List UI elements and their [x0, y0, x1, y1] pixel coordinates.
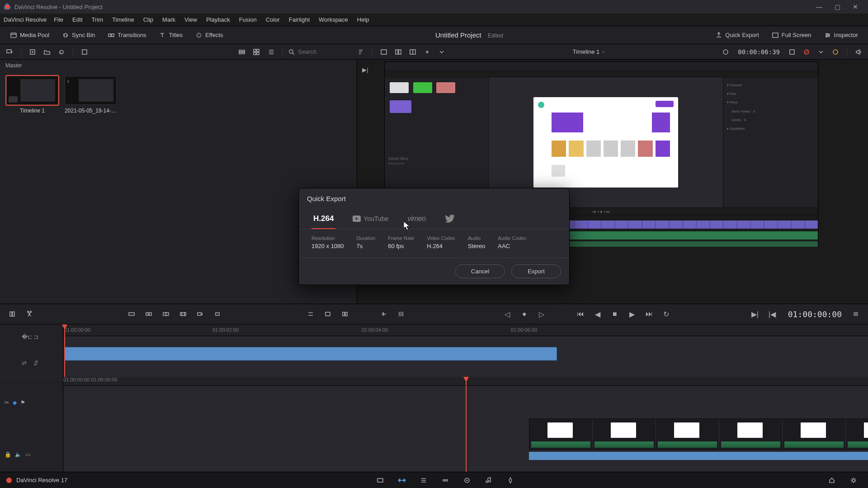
edit-tool-1[interactable]: [5, 307, 19, 321]
full-screen-button[interactable]: Full Screen: [767, 30, 816, 41]
timeline-options-button[interactable]: [849, 307, 863, 321]
inspector-toggle[interactable]: Inspector: [820, 30, 863, 41]
menu-workspace[interactable]: Workspace: [314, 14, 353, 25]
search-input[interactable]: [298, 48, 352, 55]
preset-twitter[interactable]: [443, 211, 457, 229]
timeline-name-dropdown[interactable]: Timeline 1: [573, 48, 606, 55]
sort-button[interactable]: [355, 46, 367, 58]
flag-tool-icon[interactable]: ⚑: [20, 399, 25, 406]
step-back-button[interactable]: ◀: [591, 307, 604, 321]
media-clip-timeline[interactable]: Timeline 1: [6, 76, 58, 114]
menu-timeline[interactable]: Timeline: [108, 14, 139, 25]
transitions-toggle[interactable]: Transitions: [103, 30, 151, 41]
effects-toggle[interactable]: Effects: [191, 30, 228, 41]
nav-prev[interactable]: ◁: [500, 307, 514, 321]
replace-button[interactable]: [159, 307, 173, 321]
menu-fairlight[interactable]: Fairlight: [284, 14, 314, 25]
cancel-button[interactable]: Cancel: [455, 264, 505, 278]
lock-icon[interactable]: 🔒: [5, 451, 11, 458]
refresh-button[interactable]: [56, 46, 67, 58]
preset-h264[interactable]: H.264: [311, 211, 335, 229]
audio-track-clip[interactable]: [529, 452, 868, 460]
viewer-option-1[interactable]: [786, 46, 798, 58]
video-clip[interactable]: [656, 419, 719, 450]
loop-color-button[interactable]: [830, 46, 841, 58]
blade-tool-icon[interactable]: ✂: [5, 399, 9, 406]
video-clip[interactable]: [719, 419, 783, 450]
timeline-overview-ruler[interactable]: 01:00:00:00 01:00:02:00 01:00:04:00 01:0…: [63, 324, 868, 336]
append-button[interactable]: [193, 307, 207, 321]
menu-clip[interactable]: Clip: [139, 14, 158, 25]
import-folder-button[interactable]: [41, 46, 53, 58]
go-first-button[interactable]: ⏮: [574, 307, 587, 321]
track-sync-icon[interactable]: ⇵: [33, 360, 42, 368]
ripple-button[interactable]: [211, 307, 224, 321]
mute-icon[interactable]: 🔈: [15, 451, 22, 458]
trim-tool-1[interactable]: [304, 307, 317, 321]
view-thumbnail-button[interactable]: [250, 46, 262, 58]
track-selector-icon2[interactable]: ⊐: [33, 333, 42, 342]
menu-trim[interactable]: Trim: [87, 14, 108, 25]
page-fusion[interactable]: [436, 474, 454, 487]
viewer-mode-1[interactable]: [378, 46, 390, 58]
menu-edit[interactable]: Edit: [68, 14, 87, 25]
overview-playhead[interactable]: [64, 324, 65, 377]
project-settings-button[interactable]: [844, 474, 863, 487]
menu-file[interactable]: File: [49, 14, 68, 25]
track-selector-icon[interactable]: �⊏: [22, 333, 30, 342]
insert-button[interactable]: [125, 307, 138, 321]
mixer-button[interactable]: [394, 307, 408, 321]
track-enable-icon[interactable]: ▭: [25, 451, 30, 458]
detail-playhead[interactable]: [466, 377, 467, 481]
video-clip[interactable]: [529, 419, 593, 450]
view-list-button[interactable]: [265, 46, 277, 58]
marker-tool-icon[interactable]: ◆: [13, 399, 17, 406]
stop-button[interactable]: ■: [608, 307, 622, 321]
go-last-button[interactable]: ⏭: [642, 307, 656, 321]
trim-tool-3[interactable]: [338, 307, 352, 321]
window-minimize-button[interactable]: —: [810, 0, 828, 13]
prev-clip-button[interactable]: ▶|: [360, 64, 371, 75]
window-close-button[interactable]: ✕: [846, 0, 864, 13]
play-button[interactable]: ▶: [625, 307, 639, 321]
timeline-overview-body[interactable]: 01:00:00:00 01:00:02:00 01:00:04:00 01:0…: [63, 324, 868, 377]
export-button[interactable]: Export: [511, 264, 561, 278]
viewer-option-2[interactable]: [815, 46, 827, 58]
timeline-detail-body[interactable]: 01:00:00:00 01:00:00:00: [63, 377, 868, 481]
menu-color[interactable]: Color: [261, 14, 284, 25]
audio-trim-button[interactable]: [377, 307, 391, 321]
preset-youtube[interactable]: YouTube: [351, 211, 390, 229]
video-clip[interactable]: [783, 419, 846, 450]
overview-clip[interactable]: [64, 347, 557, 361]
page-fairlight[interactable]: [480, 474, 498, 487]
page-edit[interactable]: [415, 474, 433, 487]
page-media[interactable]: [371, 474, 389, 487]
video-clip[interactable]: [846, 419, 868, 450]
overwrite-button[interactable]: [142, 307, 156, 321]
home-button[interactable]: [823, 474, 841, 487]
mark-in-button[interactable]: ▶|: [748, 307, 762, 321]
mark-out-button[interactable]: |◀: [765, 307, 779, 321]
page-color[interactable]: [458, 474, 476, 487]
speaker-icon[interactable]: [853, 46, 864, 58]
bypass-grade-button[interactable]: [801, 46, 812, 58]
trim-tool-2[interactable]: [321, 307, 335, 321]
quick-export-button[interactable]: Quick Export: [711, 30, 763, 41]
view-metadata-button[interactable]: [236, 46, 248, 58]
render-cache-button[interactable]: [720, 46, 731, 58]
menu-view[interactable]: View: [180, 14, 202, 25]
page-cut[interactable]: [393, 474, 411, 487]
media-pool-toggle[interactable]: Media Pool: [5, 30, 54, 41]
menu-playback[interactable]: Playback: [202, 14, 235, 25]
viewer-mode-2[interactable]: [392, 46, 404, 58]
viewer-overlay-button[interactable]: [421, 46, 433, 58]
menu-fusion[interactable]: Fusion: [235, 14, 261, 25]
viewer-mode-3[interactable]: [407, 46, 419, 58]
tool-button-1[interactable]: [79, 46, 90, 58]
window-maximize-button[interactable]: ▢: [828, 0, 846, 13]
video-clip[interactable]: [593, 419, 656, 450]
sync-bin-toggle[interactable]: Sync Bin: [57, 30, 99, 41]
viewer-dropdown[interactable]: [436, 46, 448, 58]
media-clip-video[interactable]: ♪ 2021-05-05_19-14-…: [65, 76, 117, 114]
edit-tool-2[interactable]: [23, 307, 36, 321]
